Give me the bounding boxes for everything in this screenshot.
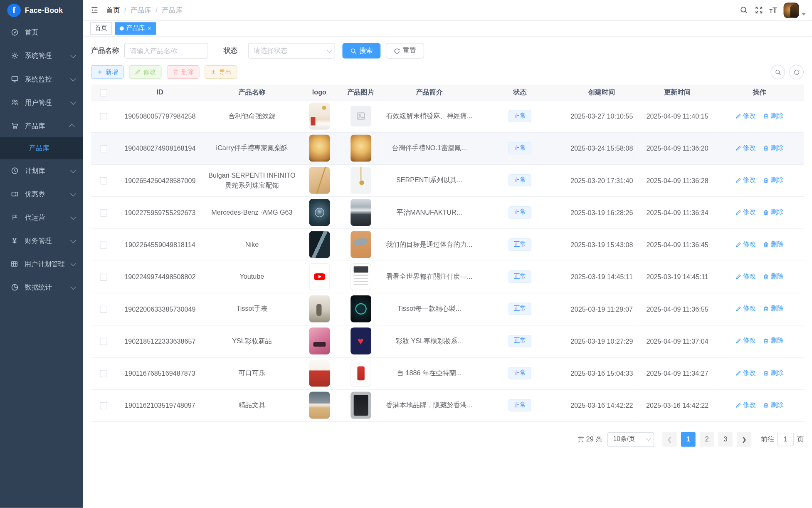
row-edit-link[interactable]: 修改 [735, 337, 756, 345]
row-delete-link[interactable]: 删除 [763, 112, 784, 120]
stationery-photo [309, 392, 330, 419]
refresh-button[interactable] [789, 65, 804, 79]
row-checkbox[interactable] [100, 338, 107, 345]
edit-button[interactable]: 修改 [129, 65, 161, 79]
dashboard-icon [10, 28, 19, 37]
product-id: 1902185122333638657 [116, 325, 204, 357]
sidebar-item-0[interactable]: 首页 [0, 21, 83, 44]
row-edit-link[interactable]: 修改 [735, 304, 756, 313]
page-buttons: 123 [681, 432, 733, 446]
row-checkbox[interactable] [100, 241, 107, 248]
product-logo-image [300, 295, 338, 322]
status-badge: 正常 [508, 367, 531, 379]
lipstick-photo [309, 327, 330, 354]
gwagon-photo [350, 199, 371, 226]
breadcrumb-home[interactable]: 首页 [106, 5, 120, 15]
close-icon[interactable]: × [148, 25, 151, 31]
coke-crate-photo [309, 359, 330, 387]
chevron-down-icon [70, 75, 76, 81]
next-page-button[interactable]: ❯ [737, 432, 751, 446]
sidebar-item-8[interactable]: ¥ 财务管理 [0, 229, 83, 253]
product-picture-image [339, 392, 383, 419]
page-button-1[interactable]: 1 [681, 432, 696, 446]
row-checkbox[interactable] [100, 177, 107, 184]
fullscreen-icon[interactable] [754, 6, 763, 15]
product-name: 合利他命強效錠 [204, 100, 300, 132]
product-logo-image [300, 392, 338, 419]
tab-home[interactable]: 首页 [90, 22, 112, 35]
export-button[interactable]: 导出 [205, 65, 237, 79]
row-checkbox[interactable] [100, 273, 107, 280]
breadcrumb: 首页 / 产品库 / 产品库 [106, 5, 183, 15]
brand-logo[interactable]: f Face-Book [0, 0, 83, 21]
row-delete-link[interactable]: 删除 [763, 272, 784, 281]
reset-button[interactable]: 重置 [386, 43, 424, 58]
sidebar-item-3[interactable]: 用户管理 [0, 91, 83, 114]
chevron-down-icon [70, 214, 76, 220]
row-edit-link[interactable]: 修改 [735, 401, 756, 409]
sidebar-item-9[interactable]: 用户计划管理 [0, 253, 83, 276]
row-edit-link[interactable]: 修改 [735, 112, 756, 120]
row-checkbox[interactable] [100, 145, 107, 152]
operations-icon [10, 213, 19, 222]
search-icon[interactable] [739, 6, 748, 15]
row-checkbox[interactable] [100, 306, 107, 313]
row-delete-link[interactable]: 删除 [763, 337, 784, 345]
sidebar-item-2[interactable]: 系统监控 [0, 67, 83, 91]
sidebar-item-4[interactable]: 产品库 [0, 114, 83, 137]
row-delete-link[interactable]: 删除 [763, 240, 784, 249]
row-delete-link[interactable]: 删除 [763, 176, 784, 185]
product-picture-image [339, 199, 383, 226]
product-intro: SERPENTI系列以其... [383, 164, 476, 196]
page-button-3[interactable]: 3 [718, 432, 733, 446]
row-edit-link[interactable]: 修改 [735, 144, 756, 152]
chevron-down-icon [70, 167, 76, 173]
product-name: Tissot手表 [204, 293, 300, 325]
product-name-input[interactable] [124, 43, 208, 58]
monitor-icon [10, 75, 19, 83]
row-delete-link[interactable]: 删除 [763, 144, 784, 152]
table-body: 1905080057797984258 合利他命強效錠 有效緩解末梢發麻、神經痛… [91, 100, 804, 421]
page-unit: 页 [797, 434, 804, 444]
row-checkbox[interactable] [100, 113, 107, 120]
row-delete-link[interactable]: 删除 [763, 304, 784, 313]
search-button[interactable]: 搜索 [342, 43, 380, 58]
row-checkbox[interactable] [100, 370, 107, 377]
row-checkbox[interactable] [100, 209, 107, 216]
font-size-icon[interactable]: TT [770, 6, 777, 14]
page-button-2[interactable]: 2 [700, 432, 714, 446]
tab-product-library[interactable]: 产品库 × [115, 22, 156, 35]
toggle-search-button[interactable] [770, 65, 785, 79]
status-badge: 正常 [508, 303, 531, 315]
select-all-checkbox[interactable] [100, 89, 107, 96]
pendant-photo [350, 167, 371, 194]
status-select[interactable]: 请选择状态 [248, 43, 335, 58]
row-edit-link[interactable]: 修改 [735, 369, 756, 377]
sidebar-item-10[interactable]: 数据统计 [0, 276, 83, 299]
watch-face-photo [350, 295, 371, 322]
goto-page-input[interactable] [777, 432, 794, 446]
row-delete-link[interactable]: 删除 [763, 401, 784, 409]
sidebar-item-5[interactable]: 计划库 [0, 159, 83, 182]
sidebar-item-1[interactable]: 系统管理 [0, 44, 83, 67]
row-checkbox[interactable] [100, 402, 107, 409]
row-delete-link[interactable]: 删除 [763, 208, 784, 217]
row-edit-link[interactable]: 修改 [735, 272, 756, 281]
prev-page-button[interactable]: ❮ [662, 432, 677, 446]
sidebar-item-6[interactable]: 优惠券 [0, 182, 83, 206]
row-delete-link[interactable]: 删除 [763, 369, 784, 377]
page-size-select[interactable]: 10条/页 [607, 432, 654, 446]
sidebar-subitem[interactable]: 产品库 [0, 137, 83, 159]
row-edit-link[interactable]: 修改 [735, 208, 756, 217]
row-edit-link[interactable]: 修改 [735, 176, 756, 185]
add-button[interactable]: 新增 [91, 65, 123, 79]
chevron-down-icon [646, 436, 651, 441]
youtube-logo [309, 263, 330, 290]
product-logo-image [300, 263, 338, 290]
sidebar-fold-icon[interactable] [90, 6, 99, 15]
user-menu[interactable] [783, 2, 806, 18]
delete-button[interactable]: 删除 [167, 65, 199, 79]
product-name: Youtube [204, 261, 300, 293]
row-edit-link[interactable]: 修改 [735, 240, 756, 249]
sidebar-item-7[interactable]: 代运营 [0, 206, 83, 229]
